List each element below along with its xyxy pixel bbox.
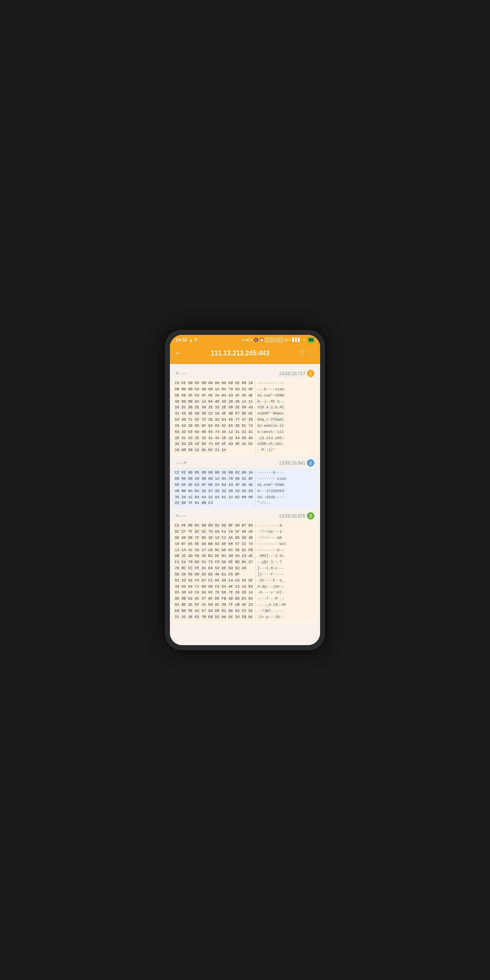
status-left: 14:02 ▲ P	[176, 337, 197, 342]
phone-frame: 14:02 ▲ P 0.0K/s 🔇 ⏰ VPN HD 4G+ ▋▋▋ ⚡ 89…	[165, 330, 325, 650]
packet-header-1: <--- 13:56:10.717 1	[172, 368, 318, 379]
status-bar: 14:02 ▲ P 0.0K/s 🔇 ⏰ VPN HD 4G+ ▋▋▋ ⚡ 89	[170, 335, 320, 344]
vpn-badge: VPN	[265, 338, 274, 342]
charging-icon: ⚡	[302, 338, 307, 342]
packet-direction-2: --->	[176, 460, 186, 465]
location-icon: ▲	[189, 338, 193, 342]
alarm-icon: ⏰	[259, 338, 264, 342]
packet-time-3: 13:56:10.976	[279, 513, 305, 518]
packet-time-badge-3: 13:56:10.976 3	[279, 512, 314, 520]
phone-screen: 14:02 ▲ P 0.0K/s 🔇 ⏰ VPN HD 4G+ ▋▋▋ ⚡ 89…	[170, 335, 320, 645]
speed-display: 0.0K/s	[242, 338, 252, 342]
hd-badge: HD	[275, 338, 283, 342]
packet-block-1: <--- 13:56:10.717 1 C2 FE 00 05 00 00 00…	[172, 368, 318, 456]
hex-right-1: 00 02 00 16 78 69 61 6F 43 4F 4E 4E 20 3…	[229, 380, 253, 453]
packet-badge-2: 2	[307, 459, 314, 467]
packet-block-2: ---> 13:56:10.841 2 C2 FE 00 05 00 00 00…	[172, 458, 318, 509]
packet-data-1: C2 FE 00 05 00 00 00 62 6D 69 2E 63 48 0…	[172, 379, 318, 456]
packet-time-badge-1: 13:56:10.717 1	[279, 370, 314, 377]
page-title: 111.13.213.245:443	[181, 350, 299, 357]
packet-direction-3: <---	[176, 513, 186, 518]
packet-badge-3: 3	[307, 512, 314, 520]
ascii-2: ·······6···· ·········xiao mi.com*·CONN …	[255, 470, 315, 506]
parking-icon: P	[195, 338, 197, 342]
packet-time-2: 13:56:10.841	[279, 460, 305, 465]
time-display: 14:02	[176, 337, 187, 342]
packet-data-2: C2 FE 00 05 00 00 00 18 6D 69 2E 63 48 0…	[172, 468, 318, 509]
signal-icon: ▋▋▋	[292, 338, 301, 342]
packet-time-1: 13:56:10.717	[279, 371, 305, 376]
hex-mid-3: 00 00 02 0D 5C 75 65 FA B5 3E 19 C1 D6 B…	[201, 523, 226, 621]
mute-icon: 🔇	[254, 338, 258, 342]
hex-left-1: C2 FE 00 05 00 00 00 62 6D 69 2E 63 48 0…	[175, 380, 199, 453]
packet-badge-1: 1	[307, 370, 314, 377]
content-area[interactable]: <--- 13:56:10.717 1 C2 FE 00 05 00 00 00…	[170, 364, 320, 645]
favorite-button[interactable]: ♡	[299, 347, 305, 359]
packet-data-3: C2 FE 00 05 DC 27 7F 9C 9E 60 D0 7F 19 B…	[172, 521, 318, 623]
top-bar: ← 111.13.213.245:443 ♡ ⋮	[170, 344, 320, 364]
more-button[interactable]: ⋮	[305, 347, 315, 359]
hex-left-3: C2 FE 00 05 DC 27 7F 9C 9E 60 D0 7F 19 B…	[175, 523, 199, 621]
hex-mid-2: 00 00 00 36 08 00 1A 0A 6F 6D 2A 04 32 3…	[201, 470, 226, 506]
back-button[interactable]: ←	[175, 348, 181, 359]
packet-block-3: <--- 13:56:10.976 3 C2 FE 00 05 DC 27 7F…	[172, 511, 318, 623]
ascii-3: ··········0· ·'□·\ue···I· ··□·>····mN ··…	[255, 523, 315, 621]
hex-left-2: C2 FE 00 05 00 00 00 18 6D 69 2E 63 48 0…	[175, 470, 199, 506]
hex-right-2: 00 02 00 16 78 69 61 6F 43 4F 4E 4E 38 3…	[229, 470, 253, 506]
status-right: 0.0K/s 🔇 ⏰ VPN HD 4G+ ▋▋▋ ⚡ 89	[242, 337, 314, 342]
packet-header-2: ---> 13:56:10.841 2	[172, 458, 318, 468]
packet-header-3: <--- 13:56:10.976 3	[172, 511, 318, 521]
hex-mid-1: 00 00 00 80 08 00 1A 0A 6F 6D 2A 04 12 0…	[201, 380, 226, 453]
hex-right-3: 8F 30 B7 89 16 1F 49 A5 A5 ED 6D 4E EB 5…	[229, 523, 253, 621]
network-icon: 4G+	[284, 338, 291, 342]
ascii-1: ············ ···b····xiao mi.com*·CONN H…	[255, 380, 315, 453]
battery-display: 89	[308, 337, 314, 342]
packet-direction-1: <---	[176, 371, 186, 376]
packet-time-badge-2: 13:56:10.841 2	[279, 459, 314, 467]
